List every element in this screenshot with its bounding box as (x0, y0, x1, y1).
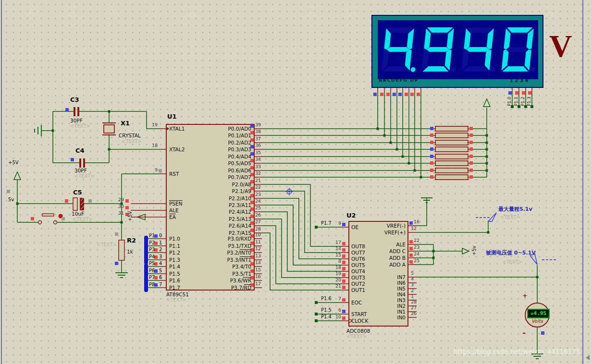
r2-placeholder: <TEXT> (97, 242, 117, 248)
capacitor-c4[interactable] (77, 157, 87, 169)
u1-pin-number: 11 (255, 240, 261, 245)
u2-pin-number: 2 (411, 288, 414, 293)
r2-value: 1k (127, 249, 133, 255)
u2-pin-number: 4 (411, 277, 414, 282)
x1-placeholder: <TEXT> (122, 139, 142, 145)
u1-pin-number: 36 (255, 143, 261, 148)
resistor-pack[interactable] (433, 124, 470, 180)
u1-pin-number: 24 (255, 199, 261, 204)
vcc-label-top-left: +5V (8, 160, 19, 166)
seven-seg-screen (378, 20, 538, 79)
u2-pin-number: 12 (411, 226, 417, 231)
u1-pin-number: 13 (255, 254, 261, 259)
chip-u2-adc0808[interactable] (348, 221, 408, 327)
u1-p1-wire-label: 6 (159, 275, 162, 280)
u2-pin-number: 6 (338, 308, 341, 313)
u1-p1-wire-label: P6 (149, 268, 155, 274)
u2-pin-number: 26 (411, 311, 417, 316)
r2-ref: R2 (127, 237, 136, 244)
u1-pin-number: 12 (255, 246, 261, 252)
u1-pin-number: 27 (255, 219, 261, 225)
watermark: https://blog.csdn.net/weixin_44116175 (454, 348, 580, 356)
u2-pin-number: 24 (414, 252, 419, 257)
u1-p1-wire-label: P7 (149, 275, 155, 280)
u1-pin-number: 14 (255, 260, 261, 266)
u2-pin-number: 16 (414, 219, 419, 225)
u1-pin-number: 34 (255, 157, 261, 162)
chip-u1-at89c51[interactable] (166, 124, 255, 291)
u1-p1-wire-label: 1 (159, 240, 162, 246)
capacitor-c3[interactable] (71, 105, 82, 118)
resistor-r2[interactable] (117, 238, 126, 261)
u2-pin-number: 21 (335, 284, 341, 289)
u2-pin-number: 18 (335, 265, 341, 270)
u1-p1-wire-label: 4 (159, 261, 162, 267)
u2-pin-number: 10 (335, 315, 341, 320)
c5-placeholder: <TEXT> (73, 217, 93, 222)
u2-pin-number: 7 (338, 296, 341, 302)
u2-ref: U2 (346, 212, 356, 219)
u2-pin-number: 17 (335, 240, 341, 245)
u1-pin-number: 26 (255, 213, 261, 218)
u1-ref: U1 (167, 113, 177, 121)
u1-placeholder: <TEXT> (166, 297, 186, 303)
u1-pin-number: 19 (152, 122, 158, 128)
u1-pin-number: 18 (152, 143, 158, 148)
x1-value: CRYSTAL (119, 133, 141, 138)
u2-wire-label: P1.6 (321, 296, 332, 302)
annotation-measured-voltage-placeholder: <TEXT> (502, 259, 522, 265)
u2-pin-number: 28 (411, 300, 417, 305)
u2-part: ADC0808 (346, 328, 370, 334)
u2-pin-number: 25 (414, 258, 419, 264)
voltmeter-plus: + (522, 292, 528, 300)
digit-pin-label-p10: P1.0 (507, 97, 512, 106)
u1-p1-wire-label: P1 (149, 233, 155, 239)
c5-value: 10uF (72, 211, 84, 217)
x1-ref: X1 (121, 120, 130, 127)
u2-pin-number: 22 (414, 238, 419, 243)
digit-pin-label-p12: P1.2 (520, 97, 525, 106)
vcc-label-adc: +5v (471, 245, 477, 255)
u2-pin-number: 27 (411, 305, 417, 311)
u1-p1-wire-label: 7 (159, 282, 162, 288)
net-label-5v: 5v (8, 197, 14, 203)
capacitor-c5[interactable] (70, 196, 86, 211)
c5-ref: C5 (73, 189, 82, 196)
u1-pin-number: 31 (118, 211, 124, 216)
u1-pin-number: 10 (255, 232, 261, 238)
u2-pin-number: 8 (338, 259, 341, 264)
c3-ref: C3 (70, 97, 79, 104)
schematic-canvas: U1 AT89C51 <TEXT> U2 ADC0808 <TEXT> C3 3… (0, 0, 592, 364)
u1-pin-number: 37 (255, 136, 261, 142)
u1-p1-wire-label: P5 (149, 261, 155, 267)
u1-pin-number: 38 (255, 129, 261, 134)
u2-pin-number: 15 (335, 253, 341, 258)
u1-pin-number: 35 (255, 150, 261, 156)
u2-pin-number: 20 (335, 278, 341, 283)
u1-pin-number: 22 (255, 185, 261, 190)
u2-pin-number: 23 (414, 245, 419, 250)
u1-pin-number: 15 (255, 267, 261, 273)
u1-pin-number: 29 (118, 197, 124, 203)
u2-wire-label: P1.5 (321, 307, 332, 313)
u2-placeholder: <TEXT> (346, 334, 367, 340)
u1-pin-number: 23 (255, 192, 261, 197)
voltmeter-minus: - (522, 328, 526, 337)
digit-pin-label-p11: P1.1 (514, 97, 518, 106)
u1-p1-wire-label: P2 (149, 240, 155, 246)
u2-wire-label: P1.4 (321, 314, 332, 320)
voltmeter[interactable] (524, 302, 550, 328)
c3-value: 30PF (70, 118, 83, 123)
u2-wire-label: P1.7 (321, 220, 332, 226)
push-button[interactable] (37, 212, 64, 225)
u1-pin-number: 17 (255, 281, 261, 287)
u1-pin-number: 28 (255, 227, 261, 232)
u1-pin-number: 32 (255, 171, 261, 176)
u1-pin-number: 33 (255, 164, 261, 170)
u1-p1-wire-label: P8 (149, 282, 155, 288)
digit-pin-label-p13: P1.3 (527, 97, 531, 106)
c4-ref: C4 (75, 147, 85, 155)
c3-placeholder: <TEXT> (70, 123, 90, 129)
crystal-x1[interactable] (100, 121, 119, 136)
u1-pin-number: 25 (255, 206, 261, 211)
